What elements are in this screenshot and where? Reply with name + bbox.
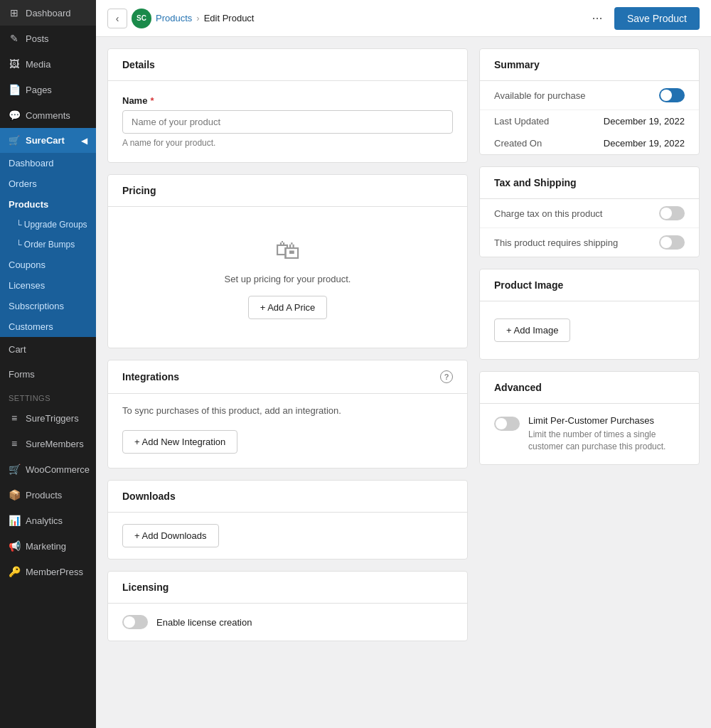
available-label: Available for purchase (494, 90, 585, 101)
add-integration-button[interactable]: + Add New Integration (122, 430, 237, 454)
right-column: Summary Available for purchase Last Upda… (479, 48, 700, 717)
surecart-icon: 🛒 (9, 135, 20, 146)
tax-shipping-header: Tax and Shipping (480, 167, 699, 199)
woocommerce-icon: 🛒 (9, 464, 20, 475)
pricing-header: Pricing (108, 175, 467, 207)
posts-icon: ✎ (9, 33, 20, 44)
back-button[interactable]: ‹ (107, 9, 127, 28)
add-downloads-button[interactable]: + Add Downloads (122, 524, 219, 547)
sidebar-item-products-woo[interactable]: 📦 Products (0, 482, 96, 508)
sidebar-item-sc-products[interactable]: Products (0, 194, 96, 215)
suretriggers-icon: ≡ (9, 412, 20, 424)
surecart-block: 🛒 SureCart ◀ Dashboard Orders Products └… (0, 128, 96, 337)
memberpress-icon: 🔑 (9, 566, 20, 577)
save-product-button[interactable]: Save Product (614, 7, 700, 30)
sidebar-item-sc-coupons[interactable]: Coupons (0, 255, 96, 275)
main-area: ‹ SC Products › Edit Product ··· Save Pr… (96, 0, 711, 728)
charge-tax-slider (659, 206, 685, 220)
breadcrumb: Products › Edit Product (156, 13, 254, 23)
licensing-header: Licensing (108, 572, 467, 604)
sidebar-item-sc-upgrade-groups[interactable]: └ Upgrade Groups (0, 215, 96, 235)
tax-shipping-card: Tax and Shipping Charge tax on this prod… (479, 166, 700, 257)
summary-card: Summary Available for purchase Last Upda… (479, 48, 700, 155)
pricing-hint: Set up pricing for your product. (225, 274, 351, 284)
created-on-value: December 19, 2022 (604, 138, 685, 149)
breadcrumb-products-link[interactable]: Products (156, 13, 192, 23)
required-indicator: * (150, 95, 154, 106)
settings-section-label: Settings (0, 387, 96, 405)
sidebar-item-analytics[interactable]: 📊 Analytics (0, 508, 96, 533)
sidebar-item-woocommerce[interactable]: 🛒 WooCommerce (0, 456, 96, 482)
last-updated-label: Last Updated (494, 116, 549, 127)
surecart-header[interactable]: 🛒 SureCart ◀ (0, 128, 96, 153)
sidebar-item-sc-subscriptions[interactable]: Subscriptions (0, 296, 96, 316)
limit-purchases-toggle[interactable] (494, 417, 520, 431)
surecart-chevron-icon: ◀ (81, 136, 87, 146)
requires-shipping-toggle[interactable] (659, 235, 685, 250)
sidebar-item-suretriggers[interactable]: ≡ SureTriggers (0, 405, 96, 431)
name-hint: A name for your product. (122, 138, 453, 148)
sidebar-item-media[interactable]: 🖼 Media (0, 51, 96, 77)
sidebar-item-pages[interactable]: 📄 Pages (0, 77, 96, 102)
sidebar-item-memberpress[interactable]: 🔑 MemberPress (0, 559, 96, 584)
integrations-help-icon[interactable]: ? (440, 370, 453, 383)
breadcrumb-sep: › (196, 13, 199, 23)
product-image-header: Product Image (480, 269, 699, 301)
left-column: Details Name * A name for your product. … (107, 48, 468, 717)
topbar-left: ‹ SC Products › Edit Product (107, 9, 254, 28)
limit-purchases-desc: Limit the number of times a single custo… (528, 429, 685, 453)
pages-icon: 📄 (9, 84, 20, 95)
product-image-body: + Add Image (480, 301, 699, 359)
sidebar-item-dashboard[interactable]: ⊞ Dashboard (0, 0, 96, 26)
sidebar-item-suremembers[interactable]: ≡ SureMembers (0, 431, 96, 456)
sidebar-item-sc-licenses[interactable]: Licenses (0, 275, 96, 296)
available-toggle[interactable] (659, 88, 685, 102)
comments-icon: 💬 (9, 109, 20, 121)
downloads-header: Downloads (108, 481, 467, 513)
details-card: Details Name * A name for your product. (107, 48, 468, 163)
surecart-logo: SC (132, 9, 151, 28)
media-icon: 🖼 (9, 58, 20, 70)
sidebar-item-posts[interactable]: ✎ Posts (0, 26, 96, 51)
limit-purchases-text: Limit Per-Customer Purchases Limit the n… (528, 415, 685, 453)
downloads-card: Downloads + Add Downloads (107, 480, 468, 560)
sidebar-item-sc-dashboard[interactable]: Dashboard (0, 153, 96, 173)
charge-tax-row: Charge tax on this product (480, 199, 699, 228)
available-slider (659, 88, 685, 102)
limit-purchases-row: Limit Per-Customer Purchases Limit the n… (480, 404, 699, 464)
integrations-hint: To sync purchases of this product, add a… (108, 394, 467, 430)
sidebar-item-sc-order-bumps[interactable]: └ Order Bumps (0, 235, 96, 255)
charge-tax-toggle[interactable] (659, 206, 685, 220)
suremembers-icon: ≡ (9, 438, 20, 449)
advanced-header: Advanced (480, 372, 699, 404)
product-name-input[interactable] (122, 110, 453, 134)
requires-shipping-row: This product requires shipping (480, 228, 699, 257)
enable-license-label: Enable license creation (156, 617, 252, 628)
summary-header: Summary (480, 49, 699, 81)
sidebar-item-marketing[interactable]: 📢 Marketing (0, 533, 96, 559)
created-on-row: Created On December 19, 2022 (480, 132, 699, 154)
add-price-button[interactable]: + Add A Price (248, 296, 328, 319)
enable-license-toggle[interactable] (122, 615, 148, 629)
sidebar-item-comments[interactable]: 💬 Comments (0, 102, 96, 128)
sidebar-item-cart[interactable]: Cart (0, 337, 96, 362)
analytics-icon: 📊 (9, 515, 20, 526)
licensing-card: Licensing Enable license creation (107, 571, 468, 641)
created-on-label: Created On (494, 138, 542, 149)
more-options-button[interactable]: ··· (587, 9, 607, 28)
limit-purchases-title: Limit Per-Customer Purchases (528, 415, 685, 426)
limit-purchases-slider (494, 417, 520, 431)
add-image-button[interactable]: + Add Image (494, 318, 570, 342)
last-updated-row: Last Updated December 19, 2022 (480, 110, 699, 132)
product-image-card: Product Image + Add Image (479, 269, 700, 360)
enable-license-row: Enable license creation (108, 604, 467, 641)
breadcrumb-current: Edit Product (204, 13, 255, 23)
sidebar-item-sc-customers[interactable]: Customers (0, 316, 96, 337)
pricing-card: Pricing 🛍 Set up pricing for your produc… (107, 174, 468, 348)
details-body: Name * A name for your product. (108, 81, 467, 162)
sidebar-item-forms[interactable]: Forms (0, 362, 96, 387)
sidebar: ⊞ Dashboard ✎ Posts 🖼 Media 📄 Pages 💬 Co… (0, 0, 96, 728)
sidebar-item-sc-orders[interactable]: Orders (0, 173, 96, 194)
name-label: Name * (122, 95, 453, 106)
marketing-icon: 📢 (9, 540, 20, 552)
